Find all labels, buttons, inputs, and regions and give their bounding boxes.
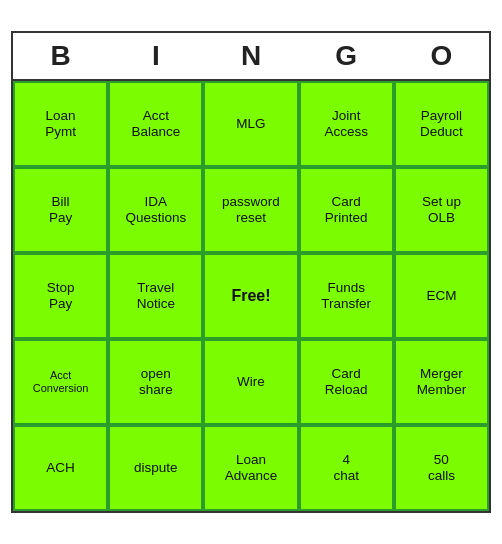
bingo-cell-4-1: dispute xyxy=(108,425,203,511)
bingo-cell-1-0: BillPay xyxy=(13,167,108,253)
bingo-grid: LoanPymtAcctBalanceMLGJointAccessPayroll… xyxy=(13,79,489,511)
header-letter: G xyxy=(299,33,394,79)
bingo-cell-0-0: LoanPymt xyxy=(13,81,108,167)
bingo-cell-0-3: JointAccess xyxy=(299,81,394,167)
bingo-cell-1-2: passwordreset xyxy=(203,167,298,253)
bingo-cell-3-3: CardReload xyxy=(299,339,394,425)
header-letter: N xyxy=(203,33,298,79)
bingo-cell-3-4: MergerMember xyxy=(394,339,489,425)
bingo-cell-2-0: StopPay xyxy=(13,253,108,339)
bingo-cell-0-1: AcctBalance xyxy=(108,81,203,167)
bingo-cell-2-2: Free! xyxy=(203,253,298,339)
bingo-cell-1-1: IDAQuestions xyxy=(108,167,203,253)
bingo-cell-2-3: FundsTransfer xyxy=(299,253,394,339)
bingo-cell-0-2: MLG xyxy=(203,81,298,167)
header-letter: O xyxy=(394,33,489,79)
bingo-header: BINGO xyxy=(13,33,489,79)
bingo-card: BINGO LoanPymtAcctBalanceMLGJointAccessP… xyxy=(11,31,491,513)
header-letter: B xyxy=(13,33,108,79)
bingo-cell-4-3: 4chat xyxy=(299,425,394,511)
bingo-cell-4-0: ACH xyxy=(13,425,108,511)
bingo-cell-4-2: LoanAdvance xyxy=(203,425,298,511)
bingo-cell-3-1: openshare xyxy=(108,339,203,425)
bingo-cell-0-4: PayrollDeduct xyxy=(394,81,489,167)
bingo-cell-3-0: AcctConversion xyxy=(13,339,108,425)
bingo-cell-3-2: Wire xyxy=(203,339,298,425)
bingo-cell-1-4: Set upOLB xyxy=(394,167,489,253)
bingo-cell-2-4: ECM xyxy=(394,253,489,339)
bingo-cell-2-1: TravelNotice xyxy=(108,253,203,339)
bingo-cell-1-3: CardPrinted xyxy=(299,167,394,253)
header-letter: I xyxy=(108,33,203,79)
bingo-cell-4-4: 50calls xyxy=(394,425,489,511)
